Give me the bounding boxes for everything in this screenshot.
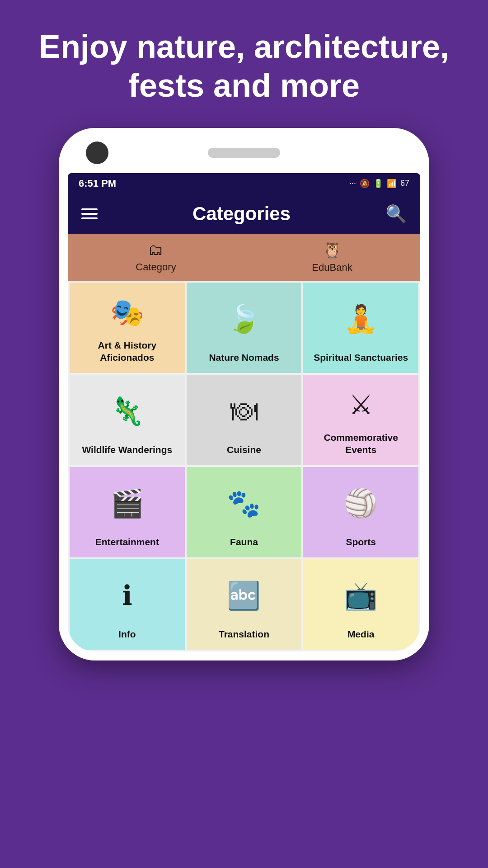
category-label-10: Translation: [219, 628, 269, 640]
camera: [86, 142, 108, 164]
wifi-icon: 📶: [387, 179, 397, 189]
dots-icon: ···: [349, 179, 356, 188]
page-title: Categories: [192, 203, 291, 225]
bell-icon: 🔕: [360, 179, 370, 189]
category-item-2[interactable]: 🧘Spiritual Sanctuaries: [303, 283, 418, 373]
category-label-8: Sports: [346, 536, 376, 548]
category-tab-label: Category: [136, 261, 176, 273]
edubank-tab-icon: 🦉: [323, 241, 342, 259]
phone-frame: 6:51 PM ··· 🔕 🔋 📶 67 Categories 🔍 🗂 Cate…: [59, 128, 429, 660]
edubank-tab-label: EduBank: [312, 262, 352, 274]
category-label-4: Cuisine: [227, 443, 261, 456]
category-label-7: Fauna: [230, 536, 258, 548]
category-label-2: Spiritual Sanctuaries: [314, 351, 408, 363]
category-item-1[interactable]: 🍃Nature Nomads: [187, 283, 302, 373]
menu-button[interactable]: [81, 208, 98, 219]
category-icon-3: 🦎: [110, 384, 144, 439]
category-label-6: Entertainment: [95, 536, 159, 548]
category-item-6[interactable]: 🎬Entertainment: [70, 467, 185, 557]
battery-icon: 🔋: [373, 179, 383, 189]
category-label-0: Art & History Aficionados: [74, 339, 180, 364]
category-item-9[interactable]: ℹInfo: [70, 559, 185, 650]
category-icon-8: 🏐: [344, 476, 378, 531]
status-bar: 6:51 PM ··· 🔕 🔋 📶 67: [68, 173, 420, 194]
hero-title: Enjoy nature, architecture, fests and mo…: [0, 27, 488, 105]
category-icon-11: 📺: [344, 568, 378, 623]
category-label-9: Info: [118, 628, 136, 640]
battery-percent: 67: [400, 179, 409, 188]
category-item-3[interactable]: 🦎Wildlife Wanderings: [70, 375, 185, 465]
category-icon-6: 🎬: [110, 476, 144, 531]
category-label-11: Media: [347, 628, 375, 640]
category-icon-5: ⚔: [349, 384, 373, 426]
category-label-5: Commemorative Events: [308, 431, 414, 456]
tab-category[interactable]: 🗂 Category: [68, 234, 244, 281]
category-item-0[interactable]: 🎭Art & History Aficionados: [70, 283, 185, 373]
status-time: 6:51 PM: [79, 178, 116, 189]
speaker: [208, 148, 280, 158]
category-icon-4: 🍽: [230, 384, 258, 439]
category-item-4[interactable]: 🍽Cuisine: [187, 375, 302, 465]
category-icon-7: 🐾: [227, 476, 261, 531]
phone-screen: 6:51 PM ··· 🔕 🔋 📶 67 Categories 🔍 🗂 Cate…: [68, 173, 420, 651]
categories-grid: 🎭Art & History Aficionados🍃Nature Nomads…: [68, 281, 420, 651]
category-item-8[interactable]: 🏐Sports: [303, 467, 418, 557]
category-item-11[interactable]: 📺Media: [303, 559, 418, 650]
category-item-7[interactable]: 🐾Fauna: [187, 467, 302, 557]
category-icon-2: 🧘: [344, 292, 378, 346]
category-icon-1: 🍃: [227, 292, 261, 346]
search-button[interactable]: 🔍: [385, 204, 407, 224]
status-icons: ··· 🔕 🔋 📶 67: [349, 179, 409, 189]
category-tab-icon: 🗂: [148, 241, 164, 259]
category-label-3: Wildlife Wanderings: [82, 443, 172, 456]
category-icon-9: ℹ: [122, 568, 132, 623]
phone-top: [68, 142, 420, 173]
category-item-10[interactable]: 🔤Translation: [187, 559, 302, 650]
category-label-1: Nature Nomads: [209, 351, 279, 363]
category-icon-10: 🔤: [227, 568, 261, 623]
tab-edubank[interactable]: 🦉 EduBank: [244, 234, 420, 281]
tab-bar: 🗂 Category 🦉 EduBank: [68, 234, 420, 281]
category-item-5[interactable]: ⚔Commemorative Events: [303, 375, 418, 465]
app-header: Categories 🔍: [68, 194, 420, 234]
category-icon-0: 🎭: [110, 292, 144, 334]
